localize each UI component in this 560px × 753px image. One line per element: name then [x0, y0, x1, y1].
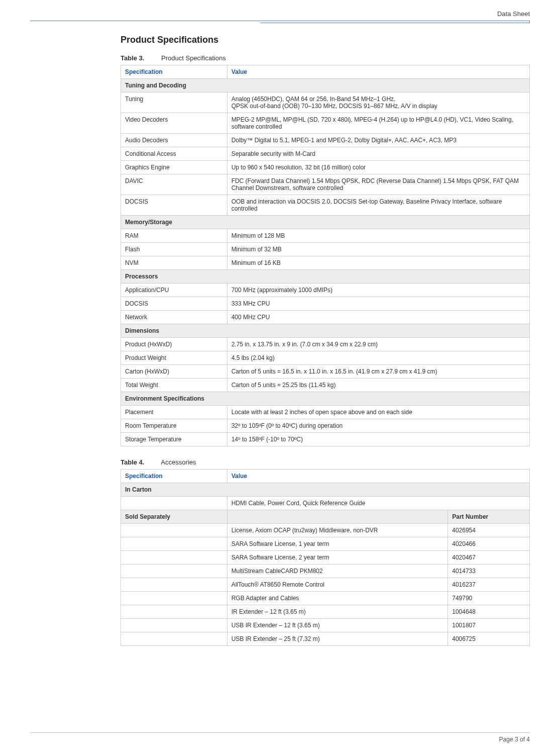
value-cell: HDMI Cable, Power Cord, Quick Reference … [227, 497, 529, 510]
spec-cell [121, 537, 228, 551]
spec-cell [121, 551, 228, 564]
desc-cell: RGB Adapter and Cables [227, 592, 448, 605]
table-row: PlacementLocate with at least 2 inches o… [121, 406, 530, 419]
table-section-title: Dimensions [121, 324, 530, 338]
spec-cell: Placement [121, 406, 228, 419]
table-section-title: Processors [121, 270, 530, 284]
desc-cell: USB IR Extender – 25 ft (7.32 m) [227, 632, 448, 646]
spec-cell: Application/CPU [121, 284, 228, 297]
spec-cell [121, 524, 228, 537]
value-cell: Locate with at least 2 inches of open sp… [227, 406, 529, 419]
table-row: Room Temperature32º to 105ºF (0º to 40ºC… [121, 419, 530, 433]
value-cell: Analog (4650HDC), QAM 64 or 256, In-Band… [227, 92, 529, 113]
spec-cell [121, 564, 228, 578]
part-number-cell: 4020466 [448, 537, 530, 551]
table4: Specification Value In CartonHDMI Cable,… [121, 469, 530, 646]
table4-caption-text: Accessories [161, 458, 196, 466]
table-section-title: Tuning and Decoding [121, 79, 530, 92]
table-section-row: In Carton [121, 483, 530, 497]
table-row: IR Extender – 12 ft (3.65 m)1004648 [121, 605, 530, 619]
table-row: Product Weight4.5 lbs (2.04 kg) [121, 351, 530, 365]
spec-cell [121, 578, 228, 592]
spec-cell: Graphics Engine [121, 161, 228, 174]
part-number-cell: 4016237 [448, 578, 530, 592]
section-title: Product Specifications [121, 35, 530, 45]
spec-cell: Conditional Access [121, 147, 228, 161]
table4-caption-label: Table 4. [121, 458, 144, 466]
value-cell: Carton of 5 units = 16.5 in. x 11.0 in. … [227, 365, 529, 379]
spec-cell: Product Weight [121, 351, 228, 365]
table-row: AllTouch® AT8650 Remote Control4016237 [121, 578, 530, 592]
part-number-title: Part Number [448, 510, 530, 524]
sold-separately-title: Sold Separately [121, 510, 228, 524]
spec-cell: Flash [121, 243, 228, 256]
spec-cell: DAVIC [121, 174, 228, 195]
table-header-row: Specification Value [121, 65, 530, 79]
table-section-row: Dimensions [121, 324, 530, 338]
spec-cell: Total Weight [121, 379, 228, 392]
value-cell: 32º to 105ºF (0º to 40ºC) during operati… [227, 419, 529, 433]
spec-cell [121, 592, 228, 605]
value-cell: 400 MHz CPU [227, 311, 529, 324]
value-cell: 4.5 lbs (2.04 kg) [227, 351, 529, 365]
value-cell: 333 MHz CPU [227, 297, 529, 311]
desc-cell: IR Extender – 12 ft (3.65 m) [227, 605, 448, 619]
spec-cell: Tuning [121, 92, 228, 113]
table3-caption: Table 3. Product Specifications [121, 54, 530, 62]
value-cell: Minimum of 16 KB [227, 256, 529, 270]
table-row: Carton (HxWxD)Carton of 5 units = 16.5 i… [121, 365, 530, 379]
spec-cell [121, 632, 228, 646]
spec-cell: Product (HxWxD) [121, 338, 228, 351]
spec-cell: NVM [121, 256, 228, 270]
table-row: License, Axiom OCAP (tru2way) Middleware… [121, 524, 530, 537]
part-number-cell: 1004648 [448, 605, 530, 619]
table-row: Graphics EngineUp to 960 x 540 resolutio… [121, 161, 530, 174]
value-cell: Carton of 5 units = 25.25 lbs (11.45 kg) [227, 379, 529, 392]
table-section-title: Environment Specifications [121, 392, 530, 406]
table-section-row: Tuning and Decoding [121, 79, 530, 92]
table4-head-value: Value [227, 469, 529, 483]
table3-head-value: Value [227, 65, 529, 79]
table-section-row: Memory/Storage [121, 216, 530, 229]
desc-cell: MultiStream CableCARD PKM802 [227, 564, 448, 578]
spec-cell: Room Temperature [121, 419, 228, 433]
desc-cell: SARA Software License, 2 year term [227, 551, 448, 564]
value-cell: Dolby™ Digital to 5.1, MPEG-1 and MPEG-2… [227, 134, 529, 147]
value-cell: 700 MHz (approximately 1000 dMIPs) [227, 284, 529, 297]
value-cell: FDC (Forward Data Channel) 1.54 Mbps QPS… [227, 174, 529, 195]
spec-cell: RAM [121, 229, 228, 243]
value-cell: 14º to 158ºF (-10º to 70ºC) [227, 433, 529, 446]
value-cell: OOB and interaction via DOCSIS 2.0, DOCS… [227, 195, 529, 216]
table-row: SARA Software License, 2 year term402046… [121, 551, 530, 564]
table-section-title: Memory/Storage [121, 216, 530, 229]
page-number: Page 3 of 4 [30, 736, 530, 743]
footer: Page 3 of 4 [30, 732, 530, 743]
spec-cell: Network [121, 311, 228, 324]
in-carton-title: In Carton [121, 483, 530, 497]
table-row: SARA Software License, 1 year term402046… [121, 537, 530, 551]
spec-cell: DOCSIS [121, 195, 228, 216]
value-cell: Minimum of 32 MB [227, 243, 529, 256]
table3-caption-label: Table 3. [121, 54, 144, 62]
value-cell: Minimum of 128 MB [227, 229, 529, 243]
part-number-cell: 4006725 [448, 632, 530, 646]
table-row: FlashMinimum of 32 MB [121, 243, 530, 256]
table4-head-spec: Specification [121, 469, 228, 483]
table-row: TuningAnalog (4650HDC), QAM 64 or 256, I… [121, 92, 530, 113]
table-row: Audio DecodersDolby™ Digital to 5.1, MPE… [121, 134, 530, 147]
table-row: Total WeightCarton of 5 units = 25.25 lb… [121, 379, 530, 392]
spec-cell [121, 497, 228, 510]
table-row: Application/CPU700 MHz (approximately 10… [121, 284, 530, 297]
spec-cell: Video Decoders [121, 113, 228, 134]
table-section-row: Processors [121, 270, 530, 284]
table-row: RAMMinimum of 128 MB [121, 229, 530, 243]
table3: Specification Value Tuning and DecodingT… [121, 65, 530, 446]
table3-head-spec: Specification [121, 65, 228, 79]
spec-cell: Storage Temperature [121, 433, 228, 446]
table3-caption-text: Product Specifications [161, 54, 226, 62]
value-cell: MPEG-2 MP@ML, MP@HL (SD, 720 x 480i), MP… [227, 113, 529, 134]
value-cell: 2.75 in. x 13.75 in. x 9 in. (7.0 cm x 3… [227, 338, 529, 351]
table4-caption: Table 4. Accessories [121, 458, 530, 466]
part-number-cell: 749790 [448, 592, 530, 605]
sold-separately-blank [227, 510, 448, 524]
